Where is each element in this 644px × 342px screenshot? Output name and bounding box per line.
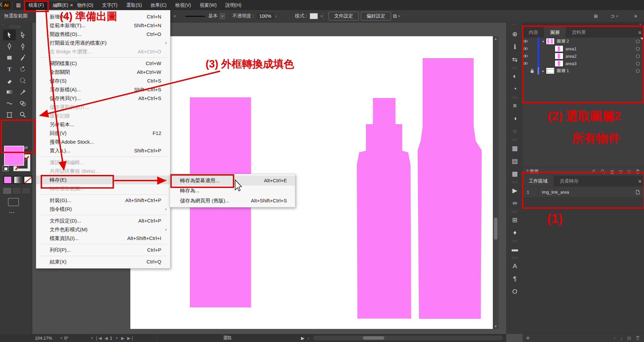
panel-gripper[interactable]: |||||||| <box>9 25 21 28</box>
gradient-mode-swatch[interactable] <box>13 176 22 184</box>
chevron-down-icon[interactable]: ▾ <box>541 40 546 43</box>
draw-normal-button[interactable] <box>3 187 12 194</box>
vertical-scrollbar[interactable]: ▲ ▼ <box>493 36 499 329</box>
file-menu-item-33[interactable]: 結束(X)Ctrl+Q <box>36 257 170 266</box>
file-menu-item-16[interactable]: 搜尋 Adobe Stock... <box>36 138 170 146</box>
horizontal-scroll-thumb[interactable] <box>363 336 384 340</box>
file-menu-item-4[interactable]: 打開最近使用過的檔案(F)› <box>36 39 170 47</box>
file-menu-item-24[interactable]: 封裝(G)...Alt+Shift+Ctrl+P <box>36 196 170 205</box>
document-setup-button[interactable]: 文件設定 <box>329 10 359 22</box>
export-submenu-item-1[interactable]: 轉存為螢幕適用...Alt+Ctrl+E <box>170 176 295 186</box>
navigator-icon[interactable]: ⊕ <box>507 28 523 40</box>
info-icon[interactable]: ℹ <box>507 40 523 53</box>
tab-內容[interactable]: 內容 <box>523 27 544 38</box>
menubar-item-9[interactable]: 說明(H) <box>221 0 246 10</box>
file-menu-item-27[interactable]: 文件設定(D)...Alt+Ctrl+P <box>36 216 170 225</box>
direct-selection-tool[interactable] <box>16 30 29 40</box>
artboard-row-img_link_area[interactable]: 1img_link_area <box>523 187 644 197</box>
swap-fill-stroke-icon[interactable]: ⇄ <box>24 145 28 150</box>
visibility-eye-icon[interactable] <box>523 39 530 43</box>
width-tool[interactable] <box>3 98 16 109</box>
delete-artboard-icon[interactable] <box>636 336 640 340</box>
none-mode-swatch[interactable] <box>24 176 32 184</box>
paintbrush-tool[interactable] <box>16 52 29 63</box>
menubar-item-5[interactable]: 選取(S) <box>122 0 146 10</box>
style-control[interactable]: 樣式 : ˅ <box>295 10 324 22</box>
move-down-icon[interactable]: ↓ <box>620 336 623 341</box>
tab-資料庫[interactable]: 資料庫 <box>566 27 592 38</box>
hidden-dropdown-chevron[interactable]: ˅ <box>172 10 177 22</box>
make-clipping-mask-icon[interactable]: ▣ <box>610 169 614 174</box>
new-layer-icon[interactable]: ⊡ <box>627 169 631 174</box>
layer-name[interactable]: 圖層 1 <box>557 68 569 74</box>
preferences-button[interactable]: 偏好設定 <box>361 10 391 22</box>
actions-icon[interactable]: ▶ <box>507 184 523 197</box>
chevron-down-icon[interactable]: ˅ <box>220 13 225 19</box>
file-menu-item-10[interactable]: 另存新檔(A)...Shift+Ctrl+S <box>36 85 170 94</box>
layer-name[interactable]: area1 <box>565 46 576 51</box>
visibility-eye-icon[interactable] <box>523 61 530 65</box>
visibility-eye-icon[interactable] <box>523 47 530 51</box>
file-menu-item-31[interactable]: 列印(P)...Ctrl+P <box>36 246 170 254</box>
gradient-tool[interactable] <box>3 87 16 97</box>
draw-behind-button[interactable] <box>12 187 21 194</box>
properties-more-icon[interactable]: ⧉˅ <box>393 10 401 22</box>
artboard-page-icon[interactable] <box>635 190 640 195</box>
layer-name[interactable]: 圖層 2 <box>557 38 569 44</box>
chevron-right-icon[interactable]: › <box>274 14 278 18</box>
target-circle-icon[interactable] <box>636 54 640 58</box>
scroll-down-icon[interactable]: ▼ <box>493 325 499 328</box>
panel-menu-icon[interactable]: ≡ <box>634 10 637 22</box>
horizontal-scrollbar[interactable] <box>313 336 503 340</box>
file-menu-item-8[interactable]: 全部關閉Alt+Ctrl+W <box>36 68 170 77</box>
default-colors-icon[interactable] <box>3 166 9 171</box>
menubar-item-8[interactable]: 視窗(W) <box>195 0 221 10</box>
menubar-item-3[interactable]: 物件(O) <box>73 0 98 10</box>
file-menu-item-11[interactable]: 儲存拷貝(Y)...Alt+Ctrl+S <box>36 94 170 103</box>
color-mode-swatch[interactable] <box>3 176 12 184</box>
export-submenu-item-3[interactable]: 儲存為網頁用 (舊版)...Alt+Shift+Ctrl+S <box>170 196 295 206</box>
fill-color-swatch[interactable] <box>4 146 24 166</box>
menubar-item-6[interactable]: 效果(C) <box>146 0 171 10</box>
delete-layer-icon[interactable] <box>636 169 640 174</box>
align-icon[interactable]: ▤ <box>507 154 523 167</box>
area3-bottle[interactable] <box>418 58 482 319</box>
opentype-icon[interactable]: O <box>507 285 523 298</box>
move-up-icon[interactable]: ↑ <box>613 336 616 341</box>
pen-tool[interactable] <box>3 41 16 52</box>
color-guide-icon[interactable]: ◔ <box>507 83 523 95</box>
locate-object-icon[interactable] <box>601 169 605 174</box>
vertical-scroll-thumb[interactable] <box>494 217 498 240</box>
target-circle-icon[interactable] <box>636 61 640 66</box>
appearance-icon[interactable]: ◌ <box>507 125 523 138</box>
layer-row-area2[interactable]: area2 <box>523 52 644 60</box>
asset-export-icon[interactable]: ♦ <box>507 226 523 239</box>
zoom-tool[interactable] <box>16 109 29 120</box>
layer-name[interactable]: area3 <box>565 61 576 66</box>
rotate-tool[interactable] <box>16 64 29 75</box>
lock-icon[interactable] <box>530 68 538 73</box>
stroke-icon[interactable]: ≡ <box>507 99 523 112</box>
stroke-style-control[interactable]: 基本 ˅ <box>185 10 225 22</box>
layer-name[interactable]: area2 <box>565 54 576 59</box>
file-menu-item-7[interactable]: 關閉檔案(C)Ctrl+W <box>36 59 170 68</box>
export-submenu-item-2[interactable]: 轉存為... <box>170 186 295 196</box>
css-properties-icon[interactable]: ⊞ <box>507 213 523 226</box>
layer-row-圖層 1[interactable]: ▸圖層 1 <box>523 67 644 75</box>
artboard-tool[interactable] <box>3 109 16 120</box>
layer-row-area3[interactable]: area3 <box>523 60 644 67</box>
opacity-value[interactable]: 100% <box>257 13 274 19</box>
visibility-eye-icon[interactable] <box>523 54 530 58</box>
collect-for-export-icon[interactable]: ⇱ <box>592 169 596 174</box>
file-menu-item-15[interactable]: 回復(V)F12 <box>36 129 170 138</box>
new-artboard-icon[interactable]: ⊡ <box>627 336 631 341</box>
workspace-switcher-icon[interactable]: ⊃˅ <box>611 10 619 22</box>
rectangle-tool[interactable] <box>3 52 16 63</box>
file-menu-item-25[interactable]: 指令檔(R)› <box>36 205 170 213</box>
gradient-slider-icon[interactable]: ▬ <box>507 243 523 256</box>
file-menu-item-3[interactable]: 開啟舊檔(O)...Ctrl+O <box>36 30 170 39</box>
tab-工作區域[interactable]: 工作區域 <box>523 176 554 186</box>
menubar-item-7[interactable]: 檢視(V) <box>171 0 196 10</box>
file-menu-item-9[interactable]: 儲存(S)Ctrl+S <box>36 77 170 85</box>
target-circle-icon[interactable] <box>636 47 640 51</box>
